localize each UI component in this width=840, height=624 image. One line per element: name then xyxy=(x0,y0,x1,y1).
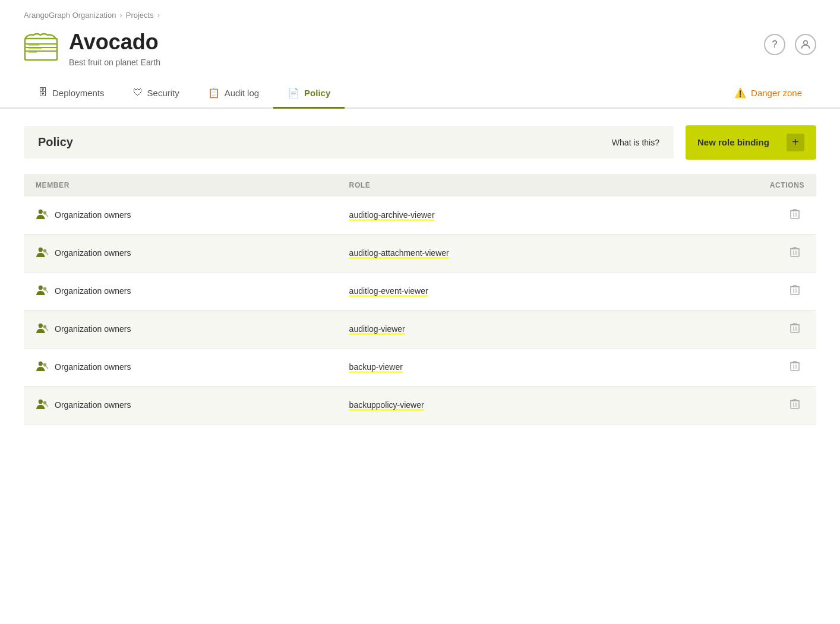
svg-point-9 xyxy=(43,211,46,214)
svg-point-32 xyxy=(39,361,43,365)
svg-point-8 xyxy=(39,209,43,213)
new-role-binding-label: New role binding xyxy=(697,137,769,147)
group-icon xyxy=(36,246,49,260)
policy-table: MEMBER ROLE ACTIONS Organization owners xyxy=(24,174,816,425)
role-link[interactable]: auditlog-event-viewer xyxy=(349,286,428,296)
new-role-binding-button[interactable]: New role binding + xyxy=(686,125,816,160)
svg-rect-2 xyxy=(25,47,57,48)
member-cell: Organization owners xyxy=(24,348,337,386)
delete-button[interactable] xyxy=(785,206,804,224)
tab-audit-log[interactable]: 📋 Audit log xyxy=(194,79,273,109)
col-member: MEMBER xyxy=(24,174,337,197)
tab-policy-label: Policy xyxy=(304,88,330,98)
member-cell: Organization owners xyxy=(24,197,337,235)
breadcrumb: ArangoGraph Organization › Projects › xyxy=(0,0,840,23)
tab-danger-zone-label: Danger zone xyxy=(751,88,802,98)
member-name: Organization owners xyxy=(55,324,131,334)
role-cell: backuppolicy-viewer xyxy=(337,386,663,424)
svg-point-27 xyxy=(43,325,46,328)
delete-button[interactable] xyxy=(785,320,804,338)
role-link[interactable]: auditlog-attachment-viewer xyxy=(349,248,449,258)
trash-icon xyxy=(790,284,800,295)
project-subtitle: Best fruit on planet Earth xyxy=(69,58,160,67)
delete-button[interactable] xyxy=(785,244,804,262)
tab-deployments-label: Deployments xyxy=(52,88,105,98)
trash-icon xyxy=(790,398,800,409)
svg-point-20 xyxy=(39,285,43,289)
svg-rect-22 xyxy=(791,287,799,294)
role-cell: auditlog-attachment-viewer xyxy=(337,234,663,272)
tab-security[interactable]: 🛡 Security xyxy=(119,79,194,108)
nav-tabs: 🗄 Deployments 🛡 Security 📋 Audit log 📄 P… xyxy=(0,79,840,109)
header-title: Avocado Best fruit on planet Earth xyxy=(69,30,160,67)
svg-point-33 xyxy=(43,363,46,366)
group-icon xyxy=(36,398,49,412)
breadcrumb-projects[interactable]: Projects xyxy=(126,11,154,20)
trash-icon xyxy=(790,246,800,257)
role-cell: backup-viewer xyxy=(337,348,663,386)
project-name: Avocado xyxy=(69,30,160,54)
delete-button[interactable] xyxy=(785,396,804,414)
delete-button[interactable] xyxy=(785,358,804,376)
project-icon xyxy=(24,33,58,61)
breadcrumb-org[interactable]: ArangoGraph Organization xyxy=(24,11,116,20)
svg-point-7 xyxy=(804,40,808,45)
delete-button[interactable] xyxy=(785,282,804,300)
policy-title-box: Policy What is this? xyxy=(24,126,674,159)
group-icon xyxy=(36,360,49,374)
actions-cell xyxy=(662,234,816,272)
user-button[interactable] xyxy=(795,34,816,55)
actions-cell xyxy=(662,348,816,386)
role-cell: auditlog-viewer xyxy=(337,310,663,348)
group-icon xyxy=(36,284,49,298)
member-name: Organization owners xyxy=(55,362,131,372)
svg-rect-28 xyxy=(791,325,799,332)
col-role: ROLE xyxy=(337,174,663,197)
table-row: Organization owners backuppolicy-viewer xyxy=(24,386,816,424)
table-row: Organization owners auditlog-archive-vie… xyxy=(24,197,816,235)
audit-log-icon: 📋 xyxy=(208,87,220,99)
svg-rect-5 xyxy=(29,48,42,49)
deployments-icon: 🗄 xyxy=(38,87,48,98)
svg-point-14 xyxy=(39,247,43,251)
tab-security-label: Security xyxy=(147,88,179,98)
member-cell: Organization owners xyxy=(24,310,337,348)
tab-danger-zone[interactable]: ⚠️ Danger zone xyxy=(720,79,816,109)
policy-hint[interactable]: What is this? xyxy=(612,138,659,147)
header-actions: ? xyxy=(764,34,816,55)
member-name: Organization owners xyxy=(55,210,131,220)
member-cell: Organization owners xyxy=(24,234,337,272)
role-link[interactable]: backuppolicy-viewer xyxy=(349,400,424,410)
svg-rect-16 xyxy=(791,249,799,256)
col-actions: ACTIONS xyxy=(662,174,816,197)
table-row: Organization owners auditlog-event-viewe… xyxy=(24,272,816,310)
actions-cell xyxy=(662,272,816,310)
member-cell: Organization owners xyxy=(24,272,337,310)
table-body: Organization owners auditlog-archive-vie… xyxy=(24,197,816,425)
svg-point-38 xyxy=(39,399,43,403)
svg-point-39 xyxy=(43,401,46,404)
help-button[interactable]: ? xyxy=(764,34,785,55)
role-cell: auditlog-archive-viewer xyxy=(337,197,663,235)
table-row: Organization owners backup-viewer xyxy=(24,348,816,386)
trash-icon xyxy=(790,322,800,333)
tab-policy[interactable]: 📄 Policy xyxy=(273,79,345,109)
new-role-binding-plus-icon: + xyxy=(787,134,804,151)
svg-point-21 xyxy=(43,287,46,290)
role-cell: auditlog-event-viewer xyxy=(337,272,663,310)
role-link[interactable]: auditlog-viewer xyxy=(349,324,405,334)
role-link[interactable]: backup-viewer xyxy=(349,362,403,372)
svg-rect-40 xyxy=(791,401,799,408)
role-link[interactable]: auditlog-archive-viewer xyxy=(349,210,435,220)
member-name: Organization owners xyxy=(55,248,131,258)
member-name: Organization owners xyxy=(55,286,131,296)
group-icon xyxy=(36,322,49,336)
table-row: Organization owners auditlog-attachment-… xyxy=(24,234,816,272)
user-icon xyxy=(800,39,811,50)
trash-icon xyxy=(790,208,800,219)
tab-deployments[interactable]: 🗄 Deployments xyxy=(24,79,119,108)
policy-title: Policy xyxy=(38,135,73,149)
svg-rect-4 xyxy=(29,45,39,46)
member-name: Organization owners xyxy=(55,400,131,410)
svg-rect-10 xyxy=(791,211,799,218)
